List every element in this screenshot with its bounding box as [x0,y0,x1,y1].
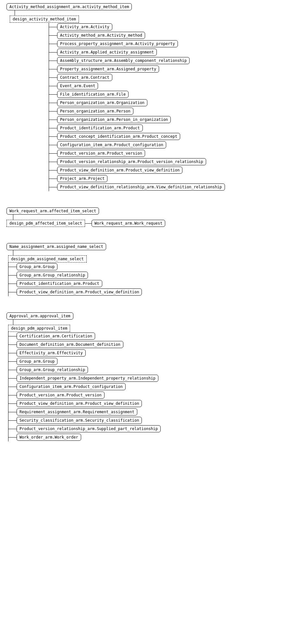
h-line [49,162,57,162]
child-row: Product_identification_arm.Product [8,280,142,287]
child-node: Activity_arm.Applied_activity_assignment [57,49,157,56]
child-row: Independent_property_arm.Independent_pro… [8,375,161,382]
activity-method-assignment-root: Activity_method_assignment_arm.activity_… [6,3,132,10]
h-line [8,378,17,379]
root-node-3: Name_assignment_arm.assigned_name_select [6,243,279,250]
child-node: Work_order_arm.Work_order [17,434,81,441]
h-line [8,395,17,395]
child-row: Property_assignment_arm.Assigned_propert… [49,65,225,73]
child-node: Process_property_assignment_arm.Activity… [57,40,178,47]
child-node: Product_view_definition_arm.Product_view… [17,400,142,407]
child-node: Project_arm.Project [57,175,107,182]
child-row: Group_arm.Group_relationship [8,366,161,373]
child-row: Certification_arm.Certification [8,333,161,340]
child-node: Product_version_arm.Product_version [57,150,145,157]
child-node: Product_view_definition_arm.Product_view… [17,288,142,296]
v-connector-2 [13,215,13,220]
child-row: Project_arm.Project [49,175,225,182]
design-activity-method-item: design_activity_method_item [10,16,79,23]
section3: Name_assignment_arm.assigned_name_select… [6,243,279,296]
child-row: Product_version_arm.Product_version [8,392,161,399]
h-line [49,111,57,111]
child-row: Activity_arm.Activity [49,23,225,30]
child-node: Assembly_structure_arm.Assembly_componen… [57,57,190,64]
h-line [49,136,57,137]
h-line [49,77,57,78]
h-line [49,179,57,179]
children-area-4: Certification_arm.Certification Document… [8,332,279,441]
child-row: Person_organization_arm.Person_in_organi… [49,116,225,123]
v-connector-1 [15,10,15,16]
h-line [8,345,17,345]
work-request-root: Work_request_arm.affected_item_select [6,207,99,215]
intermediate-node-1: design_activity_method_item [10,16,279,23]
h-line [8,437,17,438]
h-line [49,103,57,103]
child-row: Process_property_assignment_arm.Activity… [49,40,225,47]
work-request-child: Work_request_arm.Work_request [92,220,166,227]
child-row: Requirement_assignment_arm.Requirement_a… [8,408,161,416]
child-node: Effectivity_arm.Effectivity [17,349,86,357]
child-node: Configuration_item_arm.Product_configura… [57,141,166,148]
intermediate-node-3: design_pdm_assigned_name_select [8,255,279,263]
h-line [8,353,17,353]
h-line [49,44,57,44]
child-node: Activity_method_arm.Activity_method [57,32,145,39]
intermediate-node-4: design_pdm_approval_item [8,325,279,332]
child-node: Person_organization_arm.Person [57,108,133,115]
child-node: File_identification_arm.File [57,91,129,98]
h-line [8,412,17,412]
child-row: Activity_arm.Applied_activity_assignment [49,49,225,56]
child-node: Product_version_relationship_arm.Supplie… [17,425,161,432]
h-line [49,69,57,69]
section2-mid-row: design_pdm_affected_item_select Work_req… [6,220,279,227]
child-node: Product_concept_identification_arm.Produ… [57,133,180,140]
h-connector-2 [85,223,92,224]
h-line [49,94,57,95]
child-node: Product_identification_arm.Product [17,280,102,287]
child-row: Effectivity_arm.Effectivity [8,349,161,357]
children-list-3: Group_arm.Group Group_arm.Group_relation… [8,263,142,296]
child-node: Event_arm.Event [57,82,98,89]
name-assignment-root: Name_assignment_arm.assigned_name_select [6,243,106,250]
approval-arm-root: Approval_arm.approval_item [6,312,73,320]
root-node-2: Work_request_arm.affected_item_select [6,207,279,215]
design-pdm-approval-item: design_pdm_approval_item [8,325,70,332]
child-row: Document_definition_arm.Document_definit… [8,341,161,348]
h-line [49,128,57,128]
child-row: Configuration_item_arm.Product_configura… [49,141,225,148]
child-row: Product_view_definition_relationship_arm… [49,183,225,191]
h-line [49,27,57,27]
child-row: Product_view_definition_arm.Product_view… [8,400,161,407]
child-row: Security_classification_arm.Security_cla… [8,417,161,424]
child-row: Work_order_arm.Work_order [8,434,161,441]
child-node: Product_version_arm.Product_version [17,392,105,399]
root-node-1: Activity_method_assignment_arm.activity_… [6,3,279,10]
section2: Work_request_arm.affected_item_select de… [6,207,279,227]
h-line [49,120,57,120]
h-line [8,420,17,421]
children-list-4: Certification_arm.Certification Document… [8,332,161,441]
children-area-3: Group_arm.Group Group_arm.Group_relation… [8,263,279,296]
h-line [49,52,57,53]
children-list-1: Activity_arm.Activity Activity_method_ar… [49,23,225,191]
design-pdm-assigned-name-select: design_pdm_assigned_name_select [8,255,87,263]
child-node: Independent_property_arm.Independent_pro… [17,375,158,382]
child-row: Event_arm.Event [49,82,225,89]
child-node: Group_arm.Group [17,263,57,270]
h-line [49,187,57,187]
child-node: Requirement_assignment_arm.Requirement_a… [17,408,137,416]
child-node: Group_arm.Group_relationship [17,272,88,279]
child-row: Group_arm.Group [8,263,142,270]
child-row: Product_version_relationship_arm.Product… [49,158,225,165]
root-node-4: Approval_arm.approval_item [6,312,279,320]
child-row: Product_identification_arm.Product [49,124,225,132]
child-node: Person_organization_arm.Organization [57,99,147,106]
h-line [8,267,17,267]
h-line [49,145,57,145]
h-line [49,170,57,170]
children-area-1: Activity_arm.Activity Activity_method_ar… [49,23,279,191]
h-line [49,35,57,36]
child-row: Group_arm.Group_relationship [8,272,142,279]
child-node: Product_view_definition_arm.Product_view… [57,167,182,174]
